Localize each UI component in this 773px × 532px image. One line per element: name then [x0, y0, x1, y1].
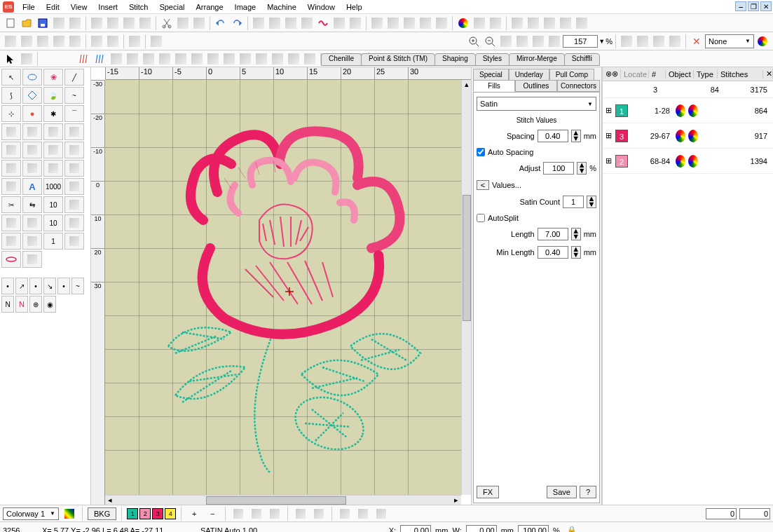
tool-button[interactable] [22, 251, 42, 268]
close-button[interactable]: ✕ [760, 1, 772, 11]
adjust-input[interactable] [543, 162, 574, 175]
tool-button[interactable] [293, 506, 308, 521]
tool-button[interactable] [619, 34, 634, 49]
palette-button[interactable] [62, 506, 77, 521]
tool-button[interactable] [89, 15, 104, 31]
stitch-type-button[interactable] [109, 51, 124, 67]
narrow-tool[interactable]: • [29, 278, 42, 294]
tool-button[interactable] [105, 34, 121, 49]
w-input[interactable] [466, 525, 497, 533]
tool-button[interactable] [299, 15, 315, 31]
stitch-type-button[interactable] [238, 51, 253, 67]
stitch-button[interactable] [315, 15, 331, 31]
line-tool[interactable]: ╱ [64, 69, 84, 86]
tool-button[interactable] [43, 142, 63, 158]
menu-edit[interactable]: Edit [41, 1, 65, 13]
tool-button[interactable] [651, 34, 666, 49]
tab-pull-comp[interactable]: Pull Comp [549, 69, 594, 80]
tool-button[interactable] [231, 506, 246, 521]
freehand-tool[interactable]: ~ [64, 87, 84, 104]
tool-button[interactable] [89, 34, 104, 49]
tab-outlines[interactable]: Outlines [515, 80, 557, 92]
colorway-dropdown[interactable]: Colorway 1▼ [3, 507, 59, 520]
narrow-tool[interactable]: N [1, 296, 14, 313]
menu-special[interactable]: Special [153, 1, 190, 13]
tab-shaping[interactable]: Shaping [435, 53, 476, 66]
tab-underlay[interactable]: Underlay [509, 69, 549, 80]
spinner[interactable]: ▲▼ [587, 196, 596, 208]
close-panel-icon[interactable]: ✕ [763, 69, 773, 79]
color-object-row[interactable]: ⊞ 3 29-67 917 [603, 123, 773, 149]
tool-button[interactable] [542, 15, 557, 31]
tool-button[interactable] [355, 506, 371, 521]
polygon-tool[interactable] [22, 87, 42, 104]
tool-button[interactable] [488, 15, 503, 31]
zoom-in-button[interactable] [466, 34, 481, 49]
tool-button[interactable] [64, 123, 84, 140]
stitch-type-button[interactable] [286, 51, 301, 67]
leaf-tool[interactable]: 🍃 [43, 87, 63, 104]
tool-button[interactable] [64, 233, 84, 250]
design-view[interactable] [105, 80, 461, 495]
tool-button[interactable] [22, 214, 42, 231]
tool-button[interactable] [1, 233, 21, 250]
tool-button[interactable] [385, 15, 401, 31]
node-tool[interactable]: ⊹ [1, 105, 21, 122]
dim-input[interactable] [706, 508, 737, 519]
num-tool[interactable]: 1000 [43, 178, 63, 195]
zoom-button[interactable] [547, 34, 562, 49]
tool-button[interactable] [509, 15, 525, 31]
tab-styles[interactable]: Styles [475, 53, 509, 66]
narrow-tool[interactable]: N [15, 296, 28, 313]
expand-button[interactable]: < [477, 180, 489, 190]
print-preview-button[interactable] [67, 15, 83, 31]
tool-button[interactable] [402, 15, 417, 31]
mirror-tool[interactable]: ⇆ [22, 196, 42, 213]
undo-button[interactable] [213, 15, 228, 31]
tab-schiffli[interactable]: Schiffli [564, 53, 600, 66]
tool-button[interactable] [64, 178, 84, 195]
copy-button[interactable] [175, 15, 191, 31]
new-button[interactable] [3, 15, 18, 31]
save-button[interactable] [35, 15, 50, 31]
bkg-button[interactable]: BKG [88, 507, 116, 520]
tool-button[interactable] [1, 123, 21, 140]
tool-button[interactable] [267, 506, 282, 521]
tab-chenille[interactable]: Chenille [321, 53, 362, 66]
tab-fills[interactable]: Fills [473, 80, 515, 92]
tool-button[interactable] [369, 15, 385, 31]
zoom-button[interactable] [514, 34, 530, 49]
tool-button[interactable] [348, 15, 363, 31]
palette-swatch[interactable]: 1 [127, 508, 138, 519]
minimize-button[interactable]: ‒ [735, 1, 746, 11]
menu-machine[interactable]: Machine [261, 1, 302, 13]
narrow-tool[interactable]: • [1, 278, 14, 294]
x-input[interactable] [400, 525, 431, 533]
tool-button[interactable] [64, 142, 84, 158]
num-tool[interactable]: 10 [43, 214, 63, 231]
tool-button[interactable] [137, 15, 153, 31]
open-button[interactable] [19, 15, 34, 31]
tab-special[interactable]: Special [473, 69, 509, 80]
num-tool[interactable]: 10 [43, 196, 63, 213]
tool-button[interactable] [1, 214, 21, 231]
menu-arrange[interactable]: Arrange [190, 1, 228, 13]
tool-button[interactable] [64, 196, 84, 213]
help-button[interactable]: ? [580, 486, 596, 498]
stitch-type-button[interactable] [173, 51, 189, 67]
tab-point-stitch[interactable]: Point & Stitch (TM) [361, 53, 435, 66]
tool-button[interactable] [1, 178, 21, 195]
curve-tool[interactable]: ⟆ [1, 87, 21, 104]
palette-swatch[interactable]: 2 [139, 508, 151, 519]
circle-tool[interactable]: ● [22, 105, 42, 122]
menu-view[interactable]: View [65, 1, 93, 13]
narrow-tool[interactable]: ↗ [15, 278, 28, 294]
pct-input[interactable] [518, 525, 549, 533]
stitch-type-button[interactable] [141, 51, 156, 67]
dim-input[interactable] [739, 508, 770, 519]
restore-button[interactable]: ❐ [748, 1, 759, 11]
stitch-type-button[interactable] [76, 51, 92, 67]
length-input[interactable] [538, 228, 568, 240]
stitch-type-button[interactable] [93, 51, 108, 67]
min-length-input[interactable] [538, 246, 568, 259]
